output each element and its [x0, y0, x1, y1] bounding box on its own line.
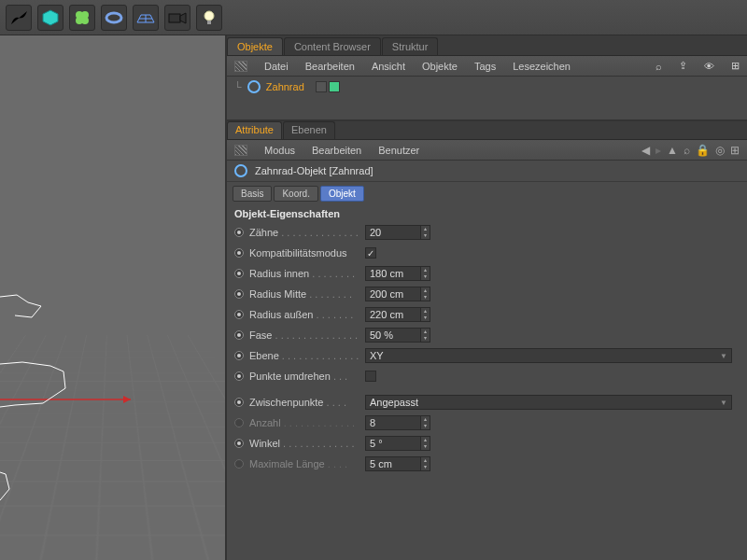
svg-rect-12	[169, 14, 180, 22]
zwischenpunkte-dropdown[interactable]: Angepasst▼	[365, 395, 732, 410]
radius-innen-input[interactable]	[365, 266, 421, 281]
svg-point-5	[106, 13, 121, 22]
attribute-panel: Zahnrad-Objekt [Zahnrad] Basis Koord. Ob…	[227, 161, 747, 560]
anim-dot[interactable]	[234, 371, 244, 381]
svg-point-14	[204, 11, 214, 21]
attribute-subtabs: Basis Koord. Objekt	[227, 182, 747, 205]
visibility-chip[interactable]	[316, 81, 327, 92]
tab-objekte[interactable]: Objekte	[227, 37, 283, 55]
anim-dot[interactable]	[234, 351, 244, 360]
menu-objekte[interactable]: Objekte	[422, 61, 458, 72]
prop-zaehne: Zähne . . . . . . . . . . . . . . ▴▾	[227, 222, 747, 243]
clover-icon[interactable]	[69, 5, 95, 31]
prop-radius-innen: Radius innen . . . . . . . . ▴▾	[227, 263, 747, 284]
tab-struktur[interactable]: Struktur	[382, 37, 439, 55]
menu-tags[interactable]: Tags	[474, 61, 496, 72]
punkte-checkbox[interactable]	[365, 371, 376, 382]
prop-max-laenge: Maximale Länge . . . . ▴▾	[227, 454, 747, 474]
zaehne-input[interactable]	[365, 225, 421, 240]
subtab-basis[interactable]: Basis	[233, 186, 272, 202]
expand-icon[interactable]: ⊞	[730, 144, 740, 157]
maxlaenge-input	[365, 456, 421, 471]
menu-lesezeichen[interactable]: Lesezeichen	[513, 61, 571, 72]
svg-rect-15	[207, 21, 211, 24]
anim-dot[interactable]	[234, 228, 244, 237]
prop-fase: Fase . . . . . . . . . . . . . . . ▴▾	[227, 325, 747, 345]
attribute-manager-tabs: Attribute Ebenen	[227, 121, 747, 140]
tree-branch-icon: └	[234, 81, 242, 92]
menu-ansicht[interactable]: Ansicht	[372, 61, 405, 72]
object-tree[interactable]: └ Zahnrad	[227, 77, 747, 121]
tab-content-browser[interactable]: Content Browser	[284, 37, 381, 55]
tab-attribute[interactable]: Attribute	[227, 121, 282, 139]
ebene-dropdown[interactable]: XY▼	[365, 348, 732, 363]
tree-node-zahnrad[interactable]: └ Zahnrad	[234, 80, 340, 93]
curve-tool-icon[interactable]	[6, 5, 32, 31]
prop-winkel: Winkel . . . . . . . . . . . . . ▴▾	[227, 433, 747, 454]
spinner[interactable]: ▴▾	[421, 307, 430, 322]
lock-icon[interactable]: 🔒	[696, 144, 710, 157]
torus-icon[interactable]	[101, 5, 127, 31]
spinner[interactable]: ▴▾	[421, 328, 430, 343]
anim-dot[interactable]	[234, 248, 244, 258]
anim-dot[interactable]	[234, 310, 244, 319]
anim-dot[interactable]	[234, 330, 244, 340]
cube-icon[interactable]	[37, 5, 63, 31]
spinner[interactable]: ▴▾	[421, 436, 430, 451]
radius-mitte-input[interactable]	[365, 287, 421, 301]
gear-object-icon	[234, 164, 247, 177]
spinner[interactable]: ▴▾	[421, 225, 430, 240]
render-chip[interactable]	[329, 81, 340, 92]
light-icon[interactable]	[196, 5, 222, 31]
prop-anzahl: Anzahl . . . . . . . . . . . . . ▴▾	[227, 413, 747, 433]
search-icon[interactable]: ⌕	[684, 144, 690, 157]
new-icon[interactable]: ◎	[715, 144, 725, 157]
nav-fwd-icon[interactable]: ▸	[655, 144, 661, 157]
prop-radius-mitte: Radius Mitte . . . . . . . . ▴▾	[227, 284, 747, 304]
expand-icon[interactable]: ⊞	[731, 60, 740, 72]
menu-datei[interactable]: Datei	[264, 61, 289, 72]
anim-dot[interactable]	[234, 269, 244, 278]
svg-marker-17	[123, 396, 131, 403]
attribute-menubar: Modus Bearbeiten Benutzer ◀ ▸ ▲ ⌕ 🔒 ◎ ⊞	[227, 140, 747, 161]
object-manager-tabs: Objekte Content Browser Struktur	[227, 35, 747, 56]
menu-benutzer[interactable]: Benutzer	[378, 145, 419, 156]
spinner[interactable]: ▴▾	[421, 266, 430, 281]
subtab-koord[interactable]: Koord.	[274, 186, 317, 202]
prop-zwischenpunkte: Zwischenpunkte . . . . Angepasst▼	[227, 392, 747, 413]
anim-dot[interactable]	[234, 289, 244, 299]
nav-back-icon[interactable]: ◀	[641, 144, 650, 157]
fase-input[interactable]	[365, 328, 421, 343]
main-toolbar	[0, 0, 747, 35]
search-icon[interactable]: ⌕	[655, 61, 662, 72]
tree-node-label: Zahnrad	[266, 81, 304, 92]
gear-object-icon	[247, 80, 261, 93]
spinner[interactable]: ▴▾	[421, 287, 430, 301]
menu-bearbeiten[interactable]: Bearbeiten	[305, 61, 355, 72]
camera-icon[interactable]	[164, 5, 190, 31]
anim-dot[interactable]	[234, 439, 244, 448]
panel-grip-icon[interactable]	[234, 145, 247, 156]
anim-dot	[234, 459, 244, 469]
home-icon[interactable]: ⇪	[679, 60, 687, 72]
spinner: ▴▾	[421, 456, 430, 471]
tab-ebenen[interactable]: Ebenen	[283, 121, 335, 139]
kompat-checkbox[interactable]	[365, 247, 376, 259]
winkel-input[interactable]	[365, 436, 421, 451]
panel-grip-icon[interactable]	[234, 61, 247, 72]
nav-up-icon[interactable]: ▲	[667, 144, 678, 157]
plane-grid-icon[interactable]	[133, 5, 159, 31]
svg-point-4	[81, 17, 89, 24]
svg-marker-13	[180, 13, 186, 23]
subtab-objekt[interactable]: Objekt	[320, 186, 364, 202]
section-title: Objekt-Eigenschaften	[227, 205, 747, 222]
menu-modus[interactable]: Modus	[264, 145, 295, 156]
menu-bearbeiten2[interactable]: Bearbeiten	[312, 145, 361, 156]
eye-icon[interactable]: 👁	[704, 61, 714, 72]
prop-ebene: Ebene . . . . . . . . . . . . . . XY▼	[227, 345, 747, 366]
prop-kompat: Kompatibilitätsmodus	[227, 243, 747, 263]
radius-aussen-input[interactable]	[365, 307, 421, 322]
anzahl-input	[365, 415, 421, 430]
anim-dot[interactable]	[234, 398, 244, 407]
viewport-3d[interactable]	[0, 35, 227, 560]
